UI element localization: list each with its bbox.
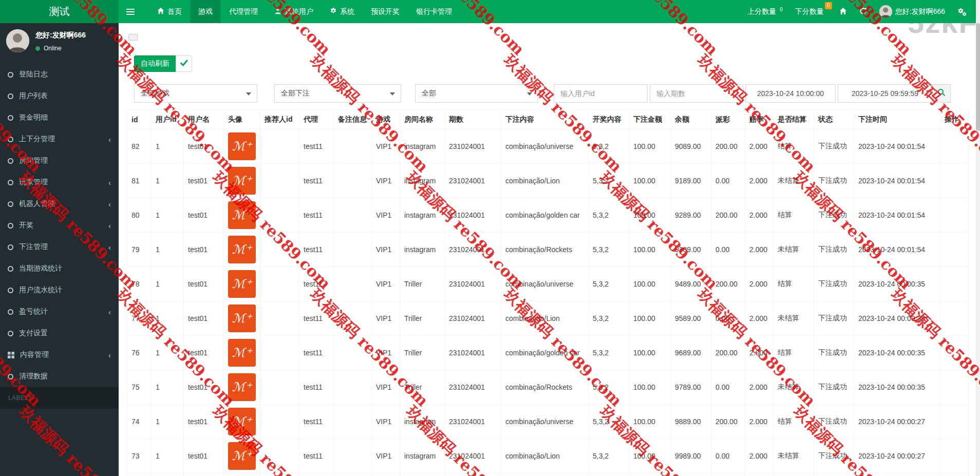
cell-payout: 200.00 xyxy=(711,336,745,370)
cell-avatar: ℳ⁺ xyxy=(224,233,260,267)
sidebar-item-4[interactable]: 上下分管理‹ xyxy=(0,128,119,150)
cell-agent: test11 xyxy=(299,405,334,439)
search-button[interactable] xyxy=(932,84,951,103)
cell-time: 2023-10-24 00:00:35 xyxy=(854,370,940,405)
scrollbar-thumb[interactable] xyxy=(976,23,980,131)
cell-amount: 100.00 xyxy=(629,405,671,439)
sidebar-item-5[interactable]: 房间管理 xyxy=(0,150,119,172)
user-menu[interactable]: 您好:发财啊666 xyxy=(873,0,951,23)
navbar-avatar xyxy=(879,5,892,18)
sidebar-item-8[interactable]: 开奖‹ xyxy=(0,215,119,236)
settings-button[interactable] xyxy=(951,0,973,23)
sidebar-item-6[interactable]: 玩家管理‹ xyxy=(0,172,119,193)
cell-game: VIP1 xyxy=(372,129,400,164)
sidebar-item-3[interactable]: 资金明细 xyxy=(0,107,119,128)
cell-uname: test01 xyxy=(184,301,224,336)
sidebar-item-label: 玩家管理 xyxy=(19,178,48,187)
nav-item-1[interactable]: 首页 xyxy=(149,0,190,23)
table-row: 811test01ℳ⁺test11VIP1instagram231024001c… xyxy=(127,164,969,198)
cell-action xyxy=(940,164,969,198)
cell-ref xyxy=(260,336,299,370)
column-header: 代理 xyxy=(299,110,334,129)
sidebar-item-2[interactable]: 用户列表 xyxy=(0,85,119,107)
cell-payout: 0.00 xyxy=(711,164,745,198)
user-status[interactable]: Online xyxy=(35,45,86,52)
cell-room: Triller xyxy=(400,336,445,370)
date-to-input[interactable] xyxy=(838,84,932,103)
period-input[interactable] xyxy=(650,84,743,103)
mico-avatar: ℳ⁺ xyxy=(228,408,256,435)
cell-amount: 100.00 xyxy=(629,301,671,336)
cell-status: 下注成功 xyxy=(814,370,854,405)
auto-refresh-checkbox[interactable] xyxy=(176,55,192,72)
cell-settled: 未结算 xyxy=(774,233,814,267)
game-filter-select[interactable]: 全部游戏 xyxy=(134,84,257,103)
user-id-input[interactable] xyxy=(554,84,648,103)
nav-item-4[interactable]: 系统用户 xyxy=(266,0,322,23)
cell-game: VIP1 xyxy=(372,164,400,198)
cell-avatar: ℳ⁺ xyxy=(224,198,260,233)
gear-icon xyxy=(330,7,337,16)
refresh-button[interactable] xyxy=(853,0,873,23)
sidebar-item-15[interactable]: 清理数据 xyxy=(0,366,119,387)
cell-period: 231024001 xyxy=(445,370,501,405)
up-score-button[interactable]: 上分数量0 xyxy=(741,0,789,23)
nav-item-3[interactable]: 代理管理 xyxy=(221,0,266,23)
nav-item-5[interactable]: 系统 xyxy=(322,0,363,23)
cell-uname: test01 xyxy=(184,336,224,370)
nav-item-6[interactable]: 预设开奖 xyxy=(363,0,408,23)
home-icon xyxy=(157,7,164,16)
sidebar-item-14[interactable]: 内容管理‹ xyxy=(0,344,119,366)
user-greeting: 您好:发财啊666 xyxy=(35,31,86,40)
auto-refresh-button[interactable]: 自动刷新 xyxy=(134,55,192,72)
scope-filter-select[interactable]: 全部 xyxy=(415,84,538,103)
chevron-left-icon: ‹ xyxy=(108,351,111,359)
cell-agent: test11 xyxy=(299,198,334,233)
bet-filter-value: 全部下注 xyxy=(281,89,310,98)
sidebar-section-label: LABELS xyxy=(0,387,119,409)
cell-uname: test01 xyxy=(184,405,224,439)
sidebar-item-10[interactable]: 当期游戏统计 xyxy=(0,258,119,279)
cell-period: 231024001 xyxy=(445,336,501,370)
cell-status: 下注成功 xyxy=(814,267,854,301)
cell-uid: 1 xyxy=(152,405,184,439)
cell-odds: 2.000 xyxy=(745,129,774,164)
sidebar-item-7[interactable]: 机器人管理‹ xyxy=(0,193,119,215)
cell-result: 5,3,2 xyxy=(589,439,629,473)
home-shortcut-button[interactable] xyxy=(833,0,853,23)
date-from-input[interactable] xyxy=(745,84,836,103)
cell-status: 下注成功 xyxy=(814,164,854,198)
circle-icon xyxy=(8,180,13,185)
cell-uname: test01 xyxy=(184,439,224,473)
sidebar-item-9[interactable]: 下注管理‹ xyxy=(0,236,119,258)
bet-filter-select[interactable]: 全部下注 xyxy=(274,84,401,103)
circle-icon xyxy=(8,201,13,207)
brand-logo[interactable]: 测试 xyxy=(0,0,119,23)
mico-avatar: ℳ⁺ xyxy=(228,270,256,298)
nav-item-7[interactable]: 银行卡管理 xyxy=(408,0,460,23)
nav-item-2[interactable]: 游戏 xyxy=(190,0,221,23)
cell-result: 5,3,2 xyxy=(589,164,629,198)
scrollbar-track[interactable] xyxy=(976,0,980,476)
cell-period: 231024001 xyxy=(445,164,501,198)
sidebar-item-13[interactable]: 支付设置 xyxy=(0,322,119,344)
cell-uname: test01 xyxy=(184,164,224,198)
sidebar-item-11[interactable]: 用户流水统计 xyxy=(0,279,119,301)
cell-avatar: ℳ⁺ xyxy=(224,301,260,336)
cell-result: 5,3,2 xyxy=(589,301,629,336)
column-header: 余额 xyxy=(671,110,711,129)
cell-time: 2023-10-24 00:00:27 xyxy=(854,439,940,473)
cell-payout: 200.00 xyxy=(711,473,745,476)
auto-refresh-label[interactable]: 自动刷新 xyxy=(134,55,176,72)
down-score-badge: 0 xyxy=(825,2,832,9)
cell-ref xyxy=(260,439,299,473)
cell-id: 78 xyxy=(127,267,152,301)
cell-id: 75 xyxy=(127,370,152,405)
sidebar-item-12[interactable]: 盈亏统计‹ xyxy=(0,301,119,322)
gears-icon xyxy=(957,8,967,16)
table-row: 781test01ℳ⁺test11VIP1Triller231024001com… xyxy=(127,267,969,301)
sidebar-item-1[interactable]: 登陆日志 xyxy=(0,64,119,85)
down-score-button[interactable]: 下分数量 0 xyxy=(789,0,833,23)
hamburger-icon[interactable] xyxy=(119,0,142,23)
cell-balance: 9089.00 xyxy=(671,129,711,164)
